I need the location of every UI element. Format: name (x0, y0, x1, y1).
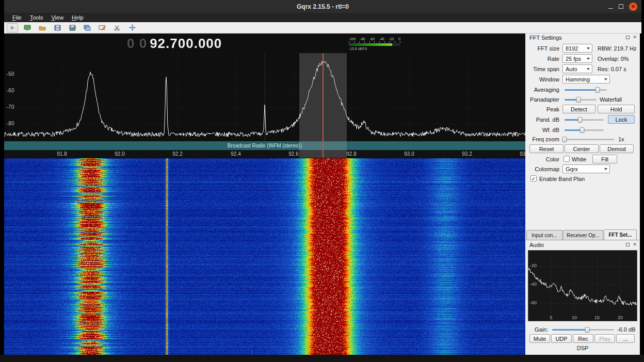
chevron-down-icon (587, 58, 590, 60)
audio-freq-label: 10 (572, 315, 577, 320)
freq-tick-label: 92.6 (288, 151, 298, 157)
db-axis-label: -80 (7, 121, 14, 126)
time-span-value: Auto (566, 66, 577, 72)
audio-db-label: -20 (530, 263, 537, 268)
menu-file[interactable]: File (8, 14, 26, 21)
tuning-line[interactable] (323, 53, 324, 158)
audio-spectrum-plot[interactable]: -20 -40 -60 5 10 15 20 (528, 250, 637, 321)
panadapter-split-slider[interactable] (565, 96, 597, 103)
window-title: Gqrx 2.15.5 - rtl=0 (297, 3, 349, 10)
udp-button[interactable]: UDP (551, 334, 572, 343)
lock-button[interactable]: Lock (608, 115, 635, 124)
frequency-scale[interactable]: 91.8 92.0 92.2 92.4 92.6 92.8 93.0 93.2 … (4, 150, 525, 158)
overlap-value: Overlap: 0% (598, 56, 629, 62)
status-bar (0, 355, 644, 362)
frequency-display[interactable]: 0 092.700.000 (127, 36, 222, 52)
demod-button[interactable]: Demod (600, 144, 634, 153)
white-checkbox[interactable] (564, 156, 570, 162)
colormap-select[interactable]: Gqrx (562, 164, 610, 173)
freq-tick-label: 92.2 (172, 151, 182, 157)
minimize-icon[interactable] (608, 4, 613, 9)
dbfs-meter: -100 -80 -60 -40 -20 0 -15.8 dBFS (349, 37, 400, 51)
band-plan-label: Broadcast Radio (WFM (stereo)) (228, 143, 302, 149)
open-folder-icon[interactable] (37, 23, 48, 32)
audio-freq-label: 20 (618, 315, 623, 320)
plotter: 0 092.700.000 -100 -80 -60 -40 -20 0 -15… (4, 34, 525, 355)
freq-zoom-slider[interactable] (562, 136, 614, 142)
fft-size-label: FFT size (525, 45, 559, 52)
save-icon[interactable] (52, 23, 63, 32)
chevron-down-icon (604, 168, 607, 170)
dock-close-icon[interactable]: ✕ (633, 35, 637, 40)
edit-display-icon[interactable] (96, 23, 108, 32)
time-span-select[interactable]: Auto (562, 64, 592, 73)
center-button[interactable]: Center (565, 144, 599, 153)
tab-fft-settings[interactable]: FFT Set... (604, 229, 637, 240)
menu-view[interactable]: View (47, 14, 68, 21)
move-icon[interactable] (126, 23, 138, 32)
dbfs-tick: -40 (379, 37, 384, 41)
menu-tools[interactable]: Tools (26, 14, 47, 21)
freq-tick-label: 92.0 (115, 151, 124, 157)
dbfs-tick: -100 (349, 37, 356, 41)
band-plan-bar: Broadcast Radio (WFM (stereo)) (4, 141, 525, 150)
averaging-label: Averaging (525, 87, 559, 93)
save-as-icon[interactable] (67, 23, 78, 32)
audio-db-label: -60 (530, 300, 537, 305)
gain-slider[interactable] (552, 326, 614, 333)
frequency-value: 92.700.000 (150, 36, 222, 51)
dock-float-icon[interactable] (626, 243, 630, 246)
audio-freq-label: 15 (594, 315, 600, 320)
dbfs-tick: -80 (360, 37, 365, 41)
dock-float-icon[interactable] (626, 36, 630, 39)
waterfall-display[interactable] (4, 158, 525, 355)
res-value: Res: 0.07 s (598, 66, 626, 72)
play-icon[interactable] (7, 23, 18, 32)
colormap-label: Colormap (525, 166, 559, 172)
io-devices-icon[interactable] (22, 23, 33, 32)
peak-hold-button[interactable]: Hold (598, 105, 635, 113)
close-icon[interactable]: ✕ (629, 3, 637, 11)
fft-size-select[interactable]: 8192 (562, 44, 592, 53)
play-button[interactable]: Play (594, 334, 615, 343)
toolbar (4, 22, 641, 34)
colormap-value: Gqrx (566, 166, 578, 172)
tab-input-controls[interactable]: Input con... (526, 230, 562, 240)
wf-db-slider[interactable] (565, 127, 604, 133)
fill-button[interactable]: Fill (592, 155, 617, 163)
window-select[interactable]: Hamming (562, 75, 610, 84)
averaging-slider[interactable] (565, 87, 607, 93)
pand-db-label: Pand. dB (525, 117, 559, 123)
gain-label: Gain: (535, 326, 548, 333)
freq-tick-label: 92.8 (346, 151, 356, 157)
frequency-leading-zeros: 0 0 (127, 36, 147, 51)
dbfs-tick-marks (349, 41, 400, 43)
displays-icon[interactable] (82, 23, 93, 32)
dock-close-icon[interactable]: ✕ (633, 242, 637, 247)
chevron-down-icon (587, 47, 590, 50)
reset-button[interactable]: Reset (529, 144, 564, 153)
peak-detect-button[interactable]: Detect (562, 105, 595, 113)
enable-band-plan-checkbox[interactable]: ✓ (530, 175, 537, 182)
mute-button[interactable]: Mute (529, 334, 550, 343)
audio-freq-label: 5 (550, 315, 552, 320)
dbfs-tick: 0 (398, 37, 400, 41)
weak-carrier-line (265, 53, 265, 141)
rate-select[interactable]: 25 fps (562, 54, 592, 63)
peak-label: Peak (525, 106, 559, 112)
more-button[interactable]: ... (616, 334, 635, 343)
menu-help[interactable]: Help (68, 14, 88, 21)
tab-receiver-options[interactable]: Receiver Op... (563, 230, 603, 240)
freq-zoom-value: 1x (618, 136, 624, 142)
freq-tick-label: 93.0 (404, 151, 414, 157)
maximize-icon[interactable] (619, 4, 623, 9)
rec-button[interactable]: Rec (573, 334, 593, 343)
freq-tick-label: 93.4 (520, 151, 525, 157)
waterfall-label: Waterfall (600, 96, 622, 103)
pand-db-slider[interactable] (565, 117, 604, 123)
dbfs-value: -15.8 dBFS (349, 47, 400, 51)
dsp-dock-label: DSP (525, 345, 640, 351)
freq-tick-label: 92.4 (231, 151, 240, 157)
sidebar: FFT Settings ✕ FFT size 8192 RBW: 219.7 … (525, 34, 640, 355)
scissors-icon[interactable] (111, 23, 123, 32)
